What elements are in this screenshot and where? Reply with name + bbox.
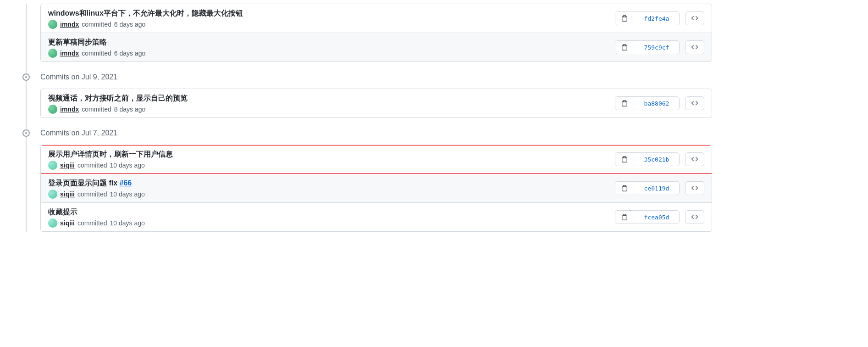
commit-info: 登录页面显示问题 fix #66siqiiicommitted10 days a… bbox=[48, 178, 615, 199]
author-link[interactable]: siqiii bbox=[60, 190, 75, 198]
author-link[interactable]: imndx bbox=[60, 50, 79, 57]
commit-time: 6 days ago bbox=[114, 21, 146, 28]
copy-sha-button[interactable] bbox=[615, 211, 634, 224]
author-link[interactable]: siqiii bbox=[60, 219, 75, 227]
browse-repo-button[interactable] bbox=[685, 40, 704, 54]
sha-group: fd2fe4a bbox=[615, 11, 680, 25]
commit-info: 视频通话，对方接听之前，显示自己的预览imndxcommitted8 days … bbox=[48, 93, 615, 114]
commit-meta: siqiiicommitted10 days ago bbox=[48, 161, 615, 170]
sha-group: fcea05d bbox=[615, 210, 680, 224]
commit-time: 10 days ago bbox=[110, 162, 144, 169]
committed-word: committed bbox=[77, 219, 107, 227]
sha-group: ba88062 bbox=[615, 96, 680, 110]
clipboard-icon bbox=[621, 156, 628, 163]
commit-title-text[interactable]: windows和linux平台下，不允许最大化时，隐藏最大化按钮 bbox=[48, 9, 243, 17]
clipboard-icon bbox=[621, 15, 628, 22]
browse-repo-button[interactable] bbox=[685, 96, 704, 110]
committed-word: committed bbox=[77, 190, 107, 198]
sha-group: 35c021b bbox=[615, 152, 680, 166]
commit-info: 收藏提示siqiiicommitted10 days ago bbox=[48, 207, 615, 228]
commit-list: 展示用户详情页时，刷新一下用户信息siqiiicommitted10 days … bbox=[40, 145, 712, 232]
commit-group-date: Commits on Jul 7, 2021 bbox=[40, 129, 117, 137]
commit-info: 更新草稿同步策略imndxcommitted6 days ago bbox=[48, 37, 615, 58]
commit-title-text[interactable]: 展示用户详情页时，刷新一下用户信息 bbox=[48, 150, 173, 158]
commit-title[interactable]: 收藏提示 bbox=[48, 207, 615, 218]
copy-sha-button[interactable] bbox=[615, 182, 634, 195]
code-icon bbox=[691, 15, 698, 22]
commit-title[interactable]: windows和linux平台下，不允许最大化时，隐藏最大化按钮 bbox=[48, 8, 615, 19]
copy-sha-button[interactable] bbox=[615, 41, 634, 54]
avatar[interactable] bbox=[48, 49, 57, 58]
commit-info: windows和linux平台下，不允许最大化时，隐藏最大化按钮imndxcom… bbox=[48, 8, 615, 29]
commit-actions: 759c9cf bbox=[615, 40, 704, 54]
commit-meta: imndxcommitted6 days ago bbox=[48, 49, 615, 58]
commit-actions: fcea05d bbox=[615, 210, 704, 224]
commit-title-text[interactable]: 登录页面显示问题 fix bbox=[48, 179, 120, 187]
commit-actions: ba88062 bbox=[615, 96, 704, 110]
avatar[interactable] bbox=[48, 105, 57, 114]
avatar[interactable] bbox=[48, 218, 57, 228]
commit-title-text[interactable]: 视频通话，对方接听之前，显示自己的预览 bbox=[48, 94, 188, 102]
commit-list: 视频通话，对方接听之前，显示自己的预览imndxcommitted8 days … bbox=[40, 89, 712, 118]
commit-sha-link[interactable]: fd2fe4a bbox=[634, 12, 679, 25]
copy-sha-button[interactable] bbox=[615, 12, 634, 25]
sha-group: 759c9cf bbox=[615, 40, 680, 54]
commit-actions: ce0119d bbox=[615, 181, 704, 195]
commit-title[interactable]: 视频通话，对方接听之前，显示自己的预览 bbox=[48, 93, 615, 104]
code-icon bbox=[691, 156, 698, 163]
code-icon bbox=[691, 100, 698, 107]
commit-time: 8 days ago bbox=[114, 106, 146, 113]
committed-word: committed bbox=[82, 106, 111, 113]
commit-sha-link[interactable]: ba88062 bbox=[634, 97, 679, 110]
commit-marker-icon bbox=[22, 129, 30, 137]
commit-info: 展示用户详情页时，刷新一下用户信息siqiiicommitted10 days … bbox=[48, 149, 615, 170]
browse-repo-button[interactable] bbox=[685, 152, 704, 166]
commit-title[interactable]: 更新草稿同步策略 bbox=[48, 37, 615, 48]
browse-repo-button[interactable] bbox=[685, 181, 704, 195]
clipboard-icon bbox=[621, 185, 628, 192]
avatar[interactable] bbox=[48, 20, 57, 29]
commit-actions: fd2fe4a bbox=[615, 11, 704, 25]
commit-row: 收藏提示siqiiicommitted10 days agofcea05d bbox=[41, 202, 712, 231]
commit-sha-link[interactable]: 759c9cf bbox=[634, 41, 679, 54]
clipboard-icon bbox=[621, 44, 628, 51]
commit-title-text[interactable]: 收藏提示 bbox=[48, 208, 77, 216]
browse-repo-button[interactable] bbox=[685, 210, 704, 224]
commit-meta: imndxcommitted6 days ago bbox=[48, 20, 615, 29]
commit-sha-link[interactable]: ce0119d bbox=[634, 182, 679, 195]
author-link[interactable]: imndx bbox=[60, 106, 79, 113]
commit-meta: siqiiicommitted10 days ago bbox=[48, 218, 615, 228]
author-link[interactable]: siqiii bbox=[60, 162, 75, 169]
commit-group-date: Commits on Jul 9, 2021 bbox=[40, 73, 117, 81]
clipboard-icon bbox=[621, 100, 628, 107]
commit-title-text[interactable]: 更新草稿同步策略 bbox=[48, 38, 107, 46]
commit-group-header: Commits on Jul 7, 2021 bbox=[18, 125, 868, 141]
commit-title[interactable]: 登录页面显示问题 fix #66 bbox=[48, 178, 615, 189]
commit-group-header: Commits on Jul 9, 2021 bbox=[18, 69, 868, 85]
commit-list: windows和linux平台下，不允许最大化时，隐藏最大化按钮imndxcom… bbox=[40, 4, 712, 62]
commit-time: 6 days ago bbox=[114, 50, 146, 57]
committed-word: committed bbox=[82, 50, 111, 57]
copy-sha-button[interactable] bbox=[615, 153, 634, 166]
sha-group: ce0119d bbox=[615, 181, 680, 195]
commit-meta: imndxcommitted8 days ago bbox=[48, 105, 615, 114]
copy-sha-button[interactable] bbox=[615, 97, 634, 110]
timeline-line bbox=[26, 4, 27, 232]
commit-time: 10 days ago bbox=[110, 190, 144, 198]
commit-marker-icon bbox=[22, 73, 30, 81]
commit-row: 视频通话，对方接听之前，显示自己的预览imndxcommitted8 days … bbox=[41, 89, 712, 118]
commit-row: 更新草稿同步策略imndxcommitted6 days ago759c9cf bbox=[41, 33, 712, 62]
code-icon bbox=[691, 213, 698, 221]
commit-sha-link[interactable]: 35c021b bbox=[634, 153, 679, 166]
avatar[interactable] bbox=[48, 190, 57, 199]
clipboard-icon bbox=[621, 213, 628, 221]
browse-repo-button[interactable] bbox=[685, 11, 704, 25]
avatar[interactable] bbox=[48, 161, 57, 170]
commit-title[interactable]: 展示用户详情页时，刷新一下用户信息 bbox=[48, 149, 615, 160]
commit-sha-link[interactable]: fcea05d bbox=[634, 211, 679, 224]
author-link[interactable]: imndx bbox=[60, 21, 79, 28]
commit-row: windows和linux平台下，不允许最大化时，隐藏最大化按钮imndxcom… bbox=[41, 4, 712, 33]
commit-actions: 35c021b bbox=[615, 152, 704, 166]
committed-word: committed bbox=[82, 21, 111, 28]
issue-link[interactable]: #66 bbox=[120, 179, 132, 187]
